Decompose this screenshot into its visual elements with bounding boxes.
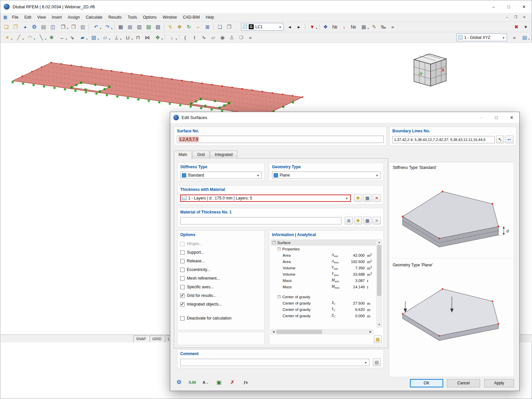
nav-cube-x-label[interactable]: X [442, 67, 445, 72]
comment-templates-icon[interactable]: ▤ [373, 358, 381, 366]
scroll-thumb[interactable] [377, 245, 381, 296]
menu-item[interactable]: Help [203, 14, 217, 21]
info-row[interactable]: Mass Mmax 14.149 t [271, 284, 376, 290]
nav-cube-y-label[interactable]: -Y [418, 71, 423, 76]
option-checkbox[interactable]: Eccentricity... [180, 265, 262, 274]
tree-expander-icon[interactable] [273, 241, 276, 244]
navigation-cube[interactable]: -Y X [414, 54, 446, 86]
scroll-down-icon[interactable] [377, 322, 382, 327]
info-row[interactable]: Center of gravity XC 27.500 m [271, 300, 376, 306]
table-settings-icon[interactable]: ▨ [153, 23, 163, 31]
delete-icon[interactable]: ✗ [228, 378, 237, 386]
minimize-icon[interactable]: – [486, 0, 501, 13]
filter-loads-icon[interactable]: ▼ [307, 23, 318, 31]
open-model-icon[interactable]: ❐ [11, 23, 20, 31]
surface-no-input[interactable]: 1,2,4,5,7,9 [177, 136, 384, 143]
chevron-down-icon[interactable] [255, 173, 261, 178]
menu-item[interactable]: CAD-BIM [180, 14, 203, 21]
surface-axes-icon[interactable]: ✥ [152, 33, 163, 42]
info-row[interactable]: Center of gravity ZC 0.000 m [271, 313, 376, 319]
scroll-thumb[interactable] [276, 330, 322, 334]
toolbar-spacer[interactable] [397, 23, 512, 31]
option-checkbox[interactable]: Deactivate for calculation [180, 314, 262, 323]
thickness-combo[interactable]: 1 - Layers | d : 175.0 mm | Layers: 5 [180, 195, 351, 202]
stiffness-type-combo[interactable]: Standard [180, 172, 262, 179]
info-row[interactable]: Mass Mmin 3.087 t [271, 277, 376, 284]
info-row[interactable] [271, 290, 376, 294]
info-row[interactable]: Surface [271, 239, 376, 246]
mdi-close-icon[interactable]: ✕ [520, 14, 528, 21]
toolbar-separator[interactable] [212, 23, 215, 31]
menu-item[interactable]: Window [160, 14, 180, 21]
new-load-icon[interactable]: ↓ [166, 33, 178, 42]
results-grid-icon[interactable]: ▦ [358, 23, 369, 31]
new-model-icon[interactable]: ❏ [2, 23, 11, 31]
menu-item[interactable]: Results [105, 14, 125, 21]
comment-combo[interactable] [180, 359, 369, 366]
info-export-icon[interactable]: ▦ [374, 335, 382, 343]
dialog-minimize-icon[interactable]: – [473, 112, 489, 123]
display-properties-icon[interactable]: ❖ [321, 23, 330, 31]
dimension-icon[interactable]: ↔ [56, 33, 67, 42]
camera-icon[interactable]: ◉ [218, 33, 227, 42]
view-sheet-icon[interactable]: ❏ [215, 23, 224, 31]
chevron-down-icon[interactable] [278, 25, 283, 29]
comment-pencil-icon[interactable]: ✎ [369, 23, 379, 31]
save-icon[interactable]: ◫ [48, 23, 58, 31]
rendering-icon[interactable]: ❍ [236, 33, 246, 42]
next-load-case-icon[interactable]: ▸ [294, 23, 304, 31]
mdi-minimize-icon[interactable]: ‒ [503, 14, 511, 21]
show-loads-icon[interactable]: ↓ [339, 23, 349, 31]
line-hinge-icon[interactable]: ⊓ [133, 33, 143, 42]
status-toggle[interactable]: SNAP [133, 335, 149, 342]
toolbar-overflow-2-icon[interactable]: » [510, 33, 519, 42]
walk-through-icon[interactable]: ♙ [227, 33, 236, 42]
status-toggle[interactable]: GRID [150, 335, 164, 342]
close-icon[interactable]: ✕ [516, 0, 532, 13]
tables-icon[interactable]: ▦ [116, 23, 125, 31]
dialog-tab[interactable]: Grid [193, 151, 209, 159]
mirror-icon[interactable]: ⇔ [194, 23, 203, 31]
option-checkbox[interactable]: Integrated objects... [180, 300, 262, 309]
dialog-tab[interactable]: Integrated [210, 151, 237, 159]
toolbar-overflow-icon[interactable]: » [246, 33, 255, 42]
toolbar-separator[interactable] [163, 33, 166, 42]
toolbar-separator[interactable] [163, 23, 166, 31]
scroll-left-icon[interactable] [271, 330, 276, 334]
decimal-places-icon[interactable]: 0,00 [188, 378, 197, 386]
generate-load-icon[interactable]: ↯ [166, 23, 175, 31]
dimension-slope-icon[interactable]: ⇘ [67, 33, 77, 42]
member-hinge-icon[interactable]: ⋈ [143, 33, 152, 42]
maximize-icon[interactable]: □ [501, 0, 516, 13]
dialog-tab[interactable]: Main [174, 151, 192, 159]
view-sheet-2-icon[interactable]: ❐ [224, 23, 234, 31]
show-values-icon[interactable]: № [349, 23, 358, 31]
help-center-icon[interactable]: ❂ [175, 378, 184, 386]
profile-icon[interactable]: I [190, 33, 199, 42]
new-line-icon[interactable]: ╱ [13, 33, 24, 42]
note-icon[interactable]: ▥ [78, 23, 87, 31]
info-row[interactable]: Volume Vmin 7.350 m3 [271, 265, 376, 271]
info-row[interactable]: Area Amin 42.000 m2 [271, 252, 376, 258]
info-row[interactable]: Center of gravity YC 6.620 m [271, 306, 376, 313]
apply-button[interactable]: Apply [484, 379, 514, 387]
coordinate-system-combo[interactable]: 1 - Global XYZ [457, 34, 507, 41]
nodal-support-icon[interactable]: ⊥ [111, 33, 122, 42]
reset-boundary-icon[interactable]: ↩ [505, 136, 513, 143]
undo-icon[interactable]: ↶ [90, 23, 102, 31]
menu-item[interactable]: Tools [125, 14, 140, 21]
option-checkbox[interactable]: Mesh refinement... [180, 274, 262, 283]
mdi-restore-icon[interactable]: ❐ [512, 14, 520, 21]
option-checkbox[interactable]: Release... [180, 257, 262, 265]
rotate-icon[interactable]: ↻ [184, 23, 194, 31]
load-case-combo[interactable]: G LC1 [241, 23, 284, 31]
tree-expander-icon[interactable] [278, 247, 281, 250]
toolbar-separator[interactable] [304, 23, 307, 31]
panel-toggle-icon[interactable]: ▤ [519, 33, 530, 42]
decimals-icon[interactable]: ‰ [379, 23, 388, 31]
menu-item[interactable]: View [34, 14, 49, 21]
option-checkbox[interactable]: Support... [180, 248, 262, 257]
option-checkbox[interactable]: Specific axes... [180, 283, 262, 291]
copy-icon[interactable]: ❐ [69, 23, 78, 31]
info-row[interactable]: Properties [271, 246, 376, 252]
